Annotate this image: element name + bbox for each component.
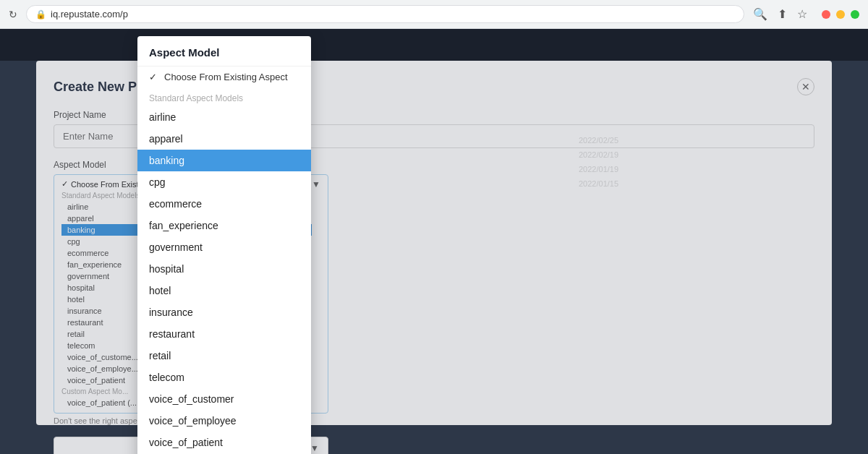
restaurant-label: restaurant (149, 328, 195, 340)
top-nav (0, 29, 868, 61)
close-window-btn[interactable] (822, 10, 830, 19)
dropdown-item-government[interactable]: government (137, 236, 311, 258)
dropdown-item-banking[interactable]: banking (137, 150, 311, 171)
dropdown-item-cpg[interactable]: cpg (137, 171, 311, 193)
dropdown-item-airline[interactable]: airline (137, 106, 311, 128)
app-container: Create New Project ✕ Project Name Aspect… (0, 29, 868, 454)
dropdown-item-fan_experience[interactable]: fan_experience (137, 215, 311, 236)
dropdown-item-hotel[interactable]: hotel (137, 280, 311, 301)
dropdown-choose-existing[interactable]: ✓ Choose From Existing Aspect (137, 67, 311, 87)
close-icon: ✕ (801, 81, 810, 93)
choose-existing-label: Choose From Existing Aspect (164, 72, 288, 82)
voice_of_customer-label: voice_of_customer (149, 393, 234, 405)
fan_experience-label: fan_experience (149, 220, 218, 231)
dropdown-item-ecommerce[interactable]: ecommerce (137, 193, 311, 215)
address-bar[interactable]: 🔒 iq.repustate.com/p (26, 5, 744, 23)
url-text: iq.repustate.com/p (51, 9, 128, 20)
maximize-window-btn[interactable] (851, 10, 859, 19)
dropdown-item-voice_of_customer[interactable]: voice_of_customer (137, 388, 311, 410)
voice_of_patient-label: voice_of_patient (149, 437, 223, 448)
dropdown-item-restaurant[interactable]: restaurant (137, 323, 311, 345)
standard-section-label: Standard Aspect Models (137, 87, 311, 106)
telecom-label: telecom (149, 372, 184, 383)
retail-label: retail (149, 350, 171, 361)
dropdown-item-hospital[interactable]: hospital (137, 258, 311, 280)
airline-label: airline (149, 111, 176, 123)
dropdown-item-voice_of_employee[interactable]: voice_of_employee (137, 410, 311, 432)
checkmark-icon: ✓ (149, 72, 157, 82)
hospital-label: hospital (149, 263, 184, 275)
cpg-label: cpg (149, 176, 166, 188)
minimize-window-btn[interactable] (836, 10, 845, 19)
browser-share-icon[interactable]: ⬆ (778, 7, 787, 21)
bg-date-3: 2022/01/19 (579, 162, 796, 176)
dropdown-item-retail[interactable]: retail (137, 345, 311, 367)
second-dropdown-chevron: ▼ (310, 443, 319, 453)
bg-date-4: 2022/01/15 (579, 176, 796, 191)
dropdown-item-apparel[interactable]: apparel (137, 128, 311, 150)
voice_of_employee-label: voice_of_employee (149, 415, 237, 427)
background-data: 2022/02/25 2022/02/19 2022/01/19 2022/01… (579, 133, 796, 191)
dropdown-title: Aspect Model (137, 36, 311, 67)
apparel-label: apparel (149, 133, 183, 145)
ecommerce-label: ecommerce (149, 198, 202, 210)
insurance-label: insurance (149, 307, 193, 318)
window-controls (822, 10, 859, 19)
aspect-model-dropdown: Aspect Model ✓ Choose From Existing Aspe… (137, 36, 311, 454)
dropdown-chevron-icon: ▼ (312, 179, 320, 408)
government-label: government (149, 241, 203, 253)
browser-chrome: ↻ 🔒 iq.repustate.com/p 🔍 ⬆ ☆ (0, 0, 868, 29)
close-panel-button[interactable]: ✕ (797, 78, 814, 95)
banking-label: banking (149, 155, 184, 166)
refresh-icon[interactable]: ↻ (9, 9, 17, 20)
browser-search-icon[interactable]: 🔍 (753, 7, 767, 21)
lock-icon: 🔒 (35, 9, 46, 20)
dropdown-item-telecom[interactable]: telecom (137, 367, 311, 388)
bg-date-2: 2022/02/19 (579, 147, 796, 162)
hotel-label: hotel (149, 285, 171, 296)
dropdown-item-insurance[interactable]: insurance (137, 301, 311, 323)
browser-bookmark-icon[interactable]: ☆ (797, 7, 807, 21)
dropdown-item-voice_of_patient[interactable]: voice_of_patient (137, 432, 311, 453)
bg-date-1: 2022/02/25 (579, 133, 796, 147)
browser-actions: 🔍 ⬆ ☆ (753, 7, 807, 21)
